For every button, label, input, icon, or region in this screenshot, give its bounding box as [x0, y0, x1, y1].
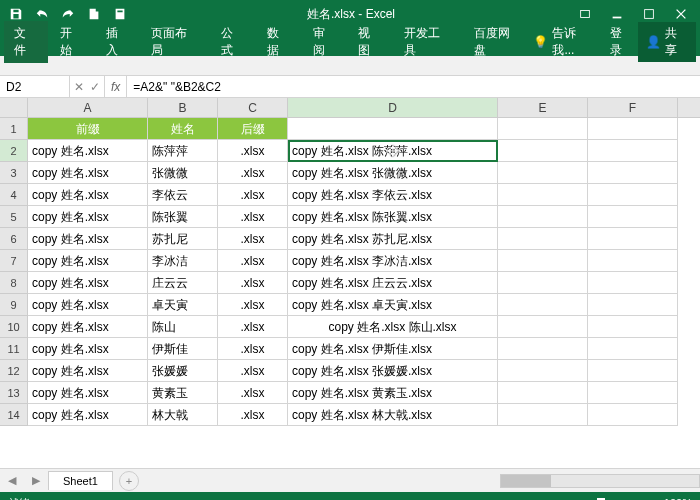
col-header-F[interactable]: F — [588, 98, 678, 117]
view-pagelayout-icon[interactable]: ▤ — [501, 497, 511, 501]
cell[interactable]: 后缀 — [218, 118, 288, 140]
tab-home[interactable]: 开始 — [50, 21, 94, 63]
tab-developer[interactable]: 开发工具 — [394, 21, 462, 63]
cell[interactable] — [498, 228, 588, 250]
cell[interactable]: copy 姓名.xlsx — [28, 162, 148, 184]
tell-me[interactable]: 告诉我... — [552, 25, 597, 59]
cell[interactable] — [588, 316, 678, 338]
row-header[interactable]: 2 — [0, 140, 28, 162]
cell[interactable] — [588, 294, 678, 316]
col-header-B[interactable]: B — [148, 98, 218, 117]
cell[interactable]: 黄素玉 — [148, 382, 218, 404]
name-box[interactable]: D2 — [0, 76, 70, 97]
cell[interactable]: 前缀 — [28, 118, 148, 140]
cell[interactable] — [498, 338, 588, 360]
cell[interactable]: copy 姓名.xlsx 卓天寅.xlsx — [288, 294, 498, 316]
cell[interactable]: .xlsx — [218, 162, 288, 184]
tab-layout[interactable]: 页面布局 — [141, 21, 209, 63]
cell[interactable]: 庄云云 — [148, 272, 218, 294]
row-header[interactable]: 7 — [0, 250, 28, 272]
cell[interactable]: copy 姓名.xlsx — [28, 250, 148, 272]
row-header[interactable]: 1 — [0, 118, 28, 140]
row-header[interactable]: 11 — [0, 338, 28, 360]
cell[interactable]: 姓名 — [148, 118, 218, 140]
cell[interactable]: 张微微 — [148, 162, 218, 184]
cell[interactable]: .xlsx — [218, 382, 288, 404]
cell[interactable]: copy 姓名.xlsx 庄云云.xlsx — [288, 272, 498, 294]
col-header-D[interactable]: D — [288, 98, 498, 117]
login-link[interactable]: 登录 — [610, 25, 634, 59]
tab-view[interactable]: 视图 — [348, 21, 392, 63]
cell[interactable]: 陈山 — [148, 316, 218, 338]
cell[interactable]: 伊斯佳 — [148, 338, 218, 360]
cell[interactable] — [498, 118, 588, 140]
cell[interactable]: copy 姓名.xlsx — [28, 360, 148, 382]
row-header[interactable]: 4 — [0, 184, 28, 206]
row-header[interactable]: 8 — [0, 272, 28, 294]
cell[interactable] — [498, 404, 588, 426]
cell[interactable] — [588, 272, 678, 294]
cell[interactable]: .xlsx — [218, 338, 288, 360]
cell[interactable]: 陈张翼 — [148, 206, 218, 228]
cell[interactable] — [588, 184, 678, 206]
cell[interactable] — [498, 294, 588, 316]
cell[interactable]: copy 姓名.xlsx 黄素玉.xlsx — [288, 382, 498, 404]
cell[interactable]: copy 姓名.xlsx 陈山.xlsx — [288, 316, 498, 338]
cell[interactable] — [498, 360, 588, 382]
fx-icon[interactable]: fx — [105, 76, 127, 97]
cell[interactable]: 林大戟 — [148, 404, 218, 426]
cell[interactable]: copy 姓名.xlsx 张媛媛.xlsx — [288, 360, 498, 382]
sheet-tab[interactable]: Sheet1 — [48, 471, 113, 490]
col-header-C[interactable]: C — [218, 98, 288, 117]
cell[interactable] — [588, 404, 678, 426]
tab-insert[interactable]: 插入 — [96, 21, 140, 63]
cell[interactable]: 张媛媛 — [148, 360, 218, 382]
cell[interactable]: copy 姓名.xlsx 伊斯佳.xlsx — [288, 338, 498, 360]
cell[interactable] — [588, 338, 678, 360]
cell[interactable] — [588, 382, 678, 404]
cell[interactable] — [498, 162, 588, 184]
sheet-nav-prev-icon[interactable]: ◀ — [0, 474, 24, 487]
cell[interactable]: 陈萍萍 — [148, 140, 218, 162]
cell[interactable] — [588, 162, 678, 184]
col-header-A[interactable]: A — [28, 98, 148, 117]
cell[interactable]: copy 姓名.xlsx — [28, 272, 148, 294]
cell[interactable]: copy 姓名.xlsx 陈萍萍.xlsx✥ — [288, 140, 498, 162]
horizontal-scrollbar[interactable] — [500, 474, 700, 488]
view-normal-icon[interactable]: ▦ — [481, 497, 491, 501]
cell[interactable] — [588, 206, 678, 228]
cell[interactable]: copy 姓名.xlsx — [28, 338, 148, 360]
col-header-E[interactable]: E — [498, 98, 588, 117]
cell[interactable]: copy 姓名.xlsx — [28, 404, 148, 426]
cell[interactable]: .xlsx — [218, 360, 288, 382]
cell[interactable] — [588, 250, 678, 272]
tab-data[interactable]: 数据 — [257, 21, 301, 63]
add-sheet-button[interactable]: + — [119, 471, 139, 491]
cell[interactable] — [588, 360, 678, 382]
cell[interactable]: .xlsx — [218, 206, 288, 228]
tab-formulas[interactable]: 公式 — [211, 21, 255, 63]
cell[interactable] — [498, 184, 588, 206]
row-header[interactable]: 3 — [0, 162, 28, 184]
cell[interactable]: .xlsx — [218, 250, 288, 272]
formula-input[interactable]: =A2&" "&B2&C2 — [127, 78, 700, 96]
tab-review[interactable]: 审阅 — [303, 21, 347, 63]
cell[interactable] — [588, 118, 678, 140]
row-header[interactable]: 9 — [0, 294, 28, 316]
view-pagebreak-icon[interactable]: ▭ — [521, 497, 531, 501]
cell[interactable]: .xlsx — [218, 316, 288, 338]
select-all-corner[interactable] — [0, 98, 28, 117]
row-header[interactable]: 12 — [0, 360, 28, 382]
cell[interactable]: copy 姓名.xlsx 张微微.xlsx — [288, 162, 498, 184]
cell[interactable]: copy 姓名.xlsx 陈张翼.xlsx — [288, 206, 498, 228]
grid-rows[interactable]: 1 前缀 姓名 后缀 2copy 姓名.xlsx陈萍萍.xlsxcopy 姓名.… — [0, 118, 700, 468]
cell[interactable]: copy 姓名.xlsx — [28, 228, 148, 250]
cell[interactable]: .xlsx — [218, 294, 288, 316]
tab-file[interactable]: 文件 — [4, 21, 48, 63]
cell[interactable] — [288, 118, 498, 140]
row-header[interactable]: 13 — [0, 382, 28, 404]
cell[interactable]: copy 姓名.xlsx 林大戟.xlsx — [288, 404, 498, 426]
cell[interactable]: copy 姓名.xlsx 李冰洁.xlsx — [288, 250, 498, 272]
cell[interactable]: 卓天寅 — [148, 294, 218, 316]
row-header[interactable]: 14 — [0, 404, 28, 426]
